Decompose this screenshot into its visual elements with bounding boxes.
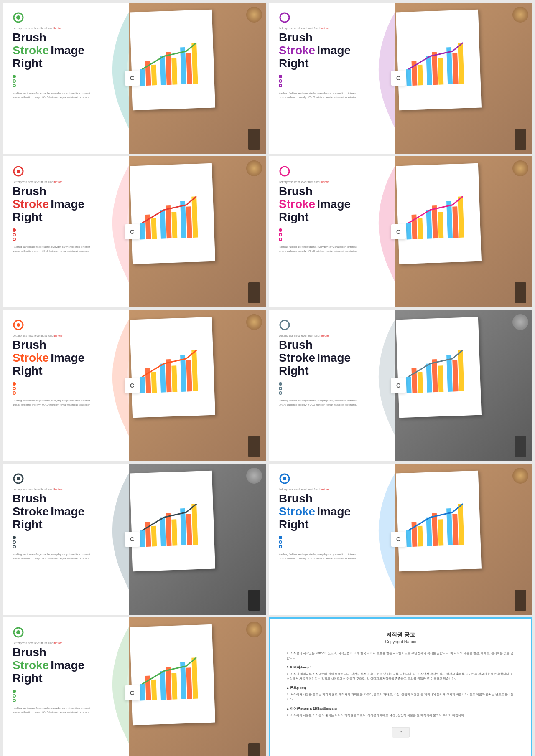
photo-area-3 bbox=[129, 156, 266, 307]
slide-6-title-stroke: Stroke bbox=[279, 352, 315, 365]
svg-rect-93 bbox=[171, 673, 177, 699]
copyright-subtitle: Copyright Nanoc bbox=[385, 639, 416, 644]
logo-icon-6 bbox=[279, 319, 290, 331]
svg-rect-3 bbox=[140, 69, 145, 86]
svg-point-23 bbox=[17, 170, 20, 173]
copyright-logo-icon: C bbox=[390, 726, 411, 738]
svg-rect-28 bbox=[166, 205, 172, 238]
slide-3-body: Hashtag fashion axe fingerstache, everyd… bbox=[13, 245, 96, 253]
c-badge-3: C bbox=[125, 224, 140, 239]
photo-area-2 bbox=[395, 3, 532, 154]
logo-icon-4 bbox=[279, 165, 290, 177]
slide-5: Letterpress next level trust fund before… bbox=[3, 310, 266, 461]
svg-rect-48 bbox=[160, 363, 166, 392]
svg-rect-20 bbox=[452, 53, 458, 84]
svg-rect-92 bbox=[166, 667, 172, 700]
slide-6-title-image: Image bbox=[317, 352, 351, 365]
logo-icon-8 bbox=[279, 473, 290, 485]
svg-rect-34 bbox=[406, 223, 411, 240]
svg-point-54 bbox=[280, 320, 289, 330]
slide-4-body: Hashtag fashion axe fingerstache, everyd… bbox=[279, 245, 362, 253]
slide-9: Letterpress next level trust fund before… bbox=[3, 617, 266, 756]
svg-rect-74 bbox=[191, 504, 198, 545]
svg-point-33 bbox=[280, 167, 289, 176]
svg-rect-17 bbox=[432, 52, 438, 85]
logo-icon-2 bbox=[279, 12, 290, 23]
svg-point-44 bbox=[17, 323, 20, 327]
svg-rect-29 bbox=[171, 212, 177, 238]
svg-rect-15 bbox=[418, 65, 423, 86]
svg-rect-69 bbox=[160, 517, 166, 546]
slide-2: Letterpress next level trust fund before… bbox=[269, 3, 532, 154]
svg-rect-84 bbox=[452, 514, 458, 545]
svg-rect-81 bbox=[432, 513, 438, 546]
svg-rect-62 bbox=[452, 360, 458, 391]
svg-rect-82 bbox=[438, 519, 443, 545]
c-badge-4: C bbox=[391, 224, 406, 239]
logo-icon-5 bbox=[13, 319, 24, 331]
slide-6-body: Hashtag fashion axe fingerstache, everyd… bbox=[279, 399, 362, 407]
logo-icon-3 bbox=[13, 165, 24, 177]
slide-9-title-stroke: Stroke bbox=[13, 659, 49, 672]
svg-rect-50 bbox=[171, 365, 177, 392]
svg-rect-38 bbox=[432, 205, 438, 238]
slide-3-title-image: Image bbox=[51, 198, 84, 211]
svg-rect-70 bbox=[166, 513, 172, 546]
slide-2-title-image: Image bbox=[317, 44, 351, 57]
svg-rect-77 bbox=[406, 530, 411, 547]
c-badge-2: C bbox=[391, 71, 406, 86]
svg-point-1 bbox=[16, 15, 20, 20]
slide-5-body: Hashtag fashion axe fingerstache, everyd… bbox=[13, 399, 96, 407]
slide-8-title-image: Image bbox=[317, 505, 351, 518]
svg-rect-80 bbox=[426, 517, 432, 546]
photo-area-8 bbox=[395, 464, 532, 615]
svg-rect-55 bbox=[406, 377, 411, 393]
copyright-slide: 저작권 공고 Copyright Nanoc 이 저작물의 저작권은 Nanoc… bbox=[269, 617, 532, 756]
svg-rect-58 bbox=[426, 363, 432, 392]
svg-rect-18 bbox=[438, 58, 443, 84]
svg-rect-41 bbox=[452, 206, 458, 238]
slide-1-title-image: Image bbox=[51, 44, 84, 57]
c-badge-7: C bbox=[125, 532, 140, 547]
svg-rect-57 bbox=[418, 372, 423, 393]
svg-rect-27 bbox=[160, 210, 166, 238]
svg-rect-53 bbox=[191, 350, 198, 391]
slide-3: Letterpress next level trust fund before… bbox=[3, 156, 266, 307]
c-badge-9: C bbox=[125, 685, 140, 700]
slide-3-title-stroke: Stroke bbox=[13, 198, 49, 211]
svg-rect-52 bbox=[186, 360, 192, 391]
photo-area-6 bbox=[395, 310, 532, 461]
slide-8-body: Hashtag fashion axe fingerstache, everyd… bbox=[279, 553, 362, 561]
slide-4: Letterpress next level trust fund before… bbox=[269, 156, 532, 307]
svg-point-65 bbox=[17, 477, 20, 480]
slide-9-title-image: Image bbox=[51, 659, 84, 672]
slide-5-title-stroke: Stroke bbox=[13, 352, 49, 365]
svg-rect-8 bbox=[171, 58, 177, 84]
svg-rect-21 bbox=[458, 43, 464, 84]
svg-rect-63 bbox=[458, 350, 464, 391]
photo-area-5 bbox=[129, 310, 266, 461]
slide-2-title-stroke: Stroke bbox=[279, 44, 315, 57]
svg-rect-95 bbox=[186, 667, 192, 699]
slide-7-title-image: Image bbox=[51, 505, 84, 518]
svg-rect-90 bbox=[151, 680, 157, 700]
slide-5-title-image: Image bbox=[51, 352, 84, 365]
c-badge-5: C bbox=[125, 378, 140, 393]
svg-text:C: C bbox=[399, 730, 402, 734]
logo-icon-7 bbox=[13, 473, 24, 485]
svg-rect-91 bbox=[160, 671, 166, 700]
logo-icon-9 bbox=[13, 627, 24, 638]
photo-area-7 bbox=[129, 464, 266, 615]
photo-area-4 bbox=[395, 156, 532, 307]
svg-rect-60 bbox=[438, 365, 443, 392]
svg-point-12 bbox=[280, 13, 289, 22]
svg-rect-96 bbox=[191, 657, 198, 699]
slide-2-body: Hashtag fashion axe fingerstache, everyd… bbox=[279, 91, 362, 99]
c-badge-1: C bbox=[125, 71, 140, 86]
photo-area-1 bbox=[129, 3, 266, 154]
slide-6: Letterpress next level trust fund before… bbox=[269, 310, 532, 461]
c-badge-6: C bbox=[391, 378, 406, 393]
svg-point-87 bbox=[16, 630, 20, 634]
copyright-title: 저작권 공고 bbox=[386, 631, 415, 639]
slide-7: Letterpress next level trust fund before… bbox=[3, 464, 266, 615]
